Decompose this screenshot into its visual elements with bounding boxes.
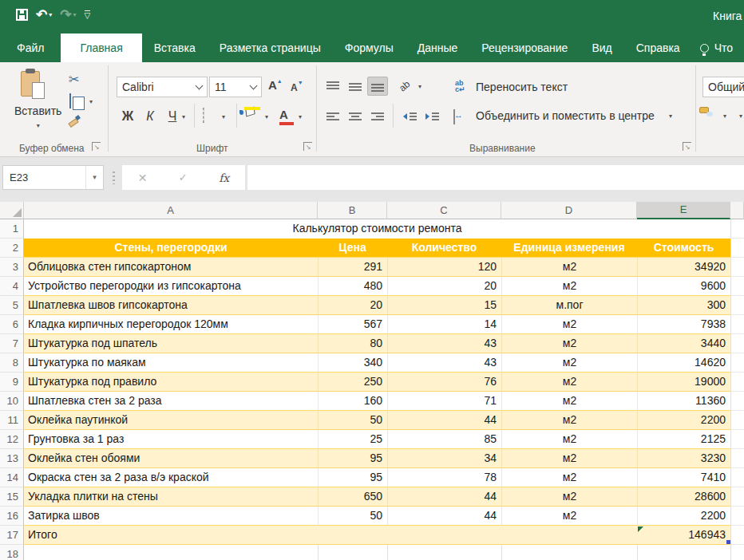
row-header[interactable]: 11 xyxy=(0,411,24,430)
cell[interactable]: 44 xyxy=(387,411,501,430)
cell[interactable]: Кладка кирпичных перегородок 120мм xyxy=(24,315,318,334)
cell[interactable] xyxy=(387,526,501,545)
row-header[interactable]: 6 xyxy=(0,315,24,334)
cell[interactable]: Укладка плитки на стены xyxy=(24,487,318,507)
cell[interactable]: 20 xyxy=(387,277,501,296)
total-value-cell[interactable]: 146943 xyxy=(637,526,730,545)
orientation-dropdown-icon[interactable]: ▾ xyxy=(418,83,421,90)
cancel-entry-icon[interactable]: ✕ xyxy=(138,172,148,184)
tab-review[interactable]: Рецензирование xyxy=(469,34,580,62)
name-box[interactable]: E23 ▾ xyxy=(2,165,104,190)
cell[interactable]: Окраска стен за 2 раза в/э краской xyxy=(24,468,318,487)
underline-dropdown-icon[interactable]: ▾ xyxy=(182,113,185,120)
number-format-combobox[interactable]: Общий xyxy=(702,77,744,97)
cell[interactable]: м2 xyxy=(501,373,637,392)
cell[interactable]: м2 xyxy=(501,487,637,507)
cell[interactable]: м2 xyxy=(501,411,637,430)
cell[interactable]: 7410 xyxy=(637,468,730,487)
cell[interactable]: 9600 xyxy=(637,277,730,296)
tell-me-box[interactable]: Что xyxy=(700,34,733,62)
cell[interactable]: 20 xyxy=(318,296,387,315)
row-header[interactable]: 10 xyxy=(0,392,24,411)
tab-help[interactable]: Справка xyxy=(624,34,692,62)
column-header-d[interactable]: D xyxy=(501,202,637,219)
increase-indent-button[interactable] xyxy=(421,107,442,126)
row-header[interactable]: 8 xyxy=(0,353,24,373)
sheet-title-cell[interactable]: Калькулятор стоимости ремонта xyxy=(24,219,730,239)
cell[interactable] xyxy=(730,449,744,468)
cell[interactable] xyxy=(730,411,744,430)
borders-button[interactable] xyxy=(203,108,204,123)
cell[interactable]: Оклейка стен обоями xyxy=(24,449,318,468)
cell[interactable]: 80 xyxy=(318,334,387,353)
cell[interactable]: 25 xyxy=(318,430,387,449)
orientation-button[interactable]: ab xyxy=(399,78,410,93)
cell[interactable] xyxy=(730,258,744,277)
cell[interactable] xyxy=(730,334,744,353)
cell[interactable]: 71 xyxy=(387,392,501,411)
cell[interactable]: 43 xyxy=(387,334,501,353)
cell[interactable]: 14 xyxy=(387,315,501,334)
cell[interactable]: 95 xyxy=(318,468,387,487)
row-header[interactable]: 17 xyxy=(0,526,24,545)
row-header[interactable]: 3 xyxy=(0,258,24,277)
tab-view[interactable]: Вид xyxy=(580,34,623,62)
cell[interactable]: м2 xyxy=(501,334,637,353)
row-header[interactable]: 7 xyxy=(0,334,24,353)
fill-color-dropdown-icon[interactable]: ▾ xyxy=(265,113,268,120)
total-label-cell[interactable]: Итого xyxy=(24,526,318,545)
font-dialog-launcher-icon[interactable] xyxy=(303,142,312,151)
align-right-button[interactable] xyxy=(367,107,388,126)
column-header-c[interactable]: C xyxy=(387,202,501,219)
row-header[interactable]: 4 xyxy=(0,277,24,296)
column-header-a[interactable]: A xyxy=(24,202,318,219)
cell[interactable]: м2 xyxy=(501,430,637,449)
cell[interactable]: м2 xyxy=(501,353,637,373)
cell[interactable] xyxy=(637,545,730,560)
cell[interactable]: 250 xyxy=(318,373,387,392)
cell[interactable] xyxy=(730,392,744,411)
cell[interactable] xyxy=(318,545,387,560)
undo-dropdown-icon[interactable]: ▾ xyxy=(49,11,52,18)
bold-button[interactable]: Ж xyxy=(118,107,137,126)
cell[interactable] xyxy=(730,545,744,560)
underline-button[interactable]: Ч xyxy=(163,107,182,126)
row-header[interactable]: 2 xyxy=(0,239,24,258)
name-box-dropdown-icon[interactable]: ▾ xyxy=(85,166,103,189)
cell[interactable]: Устройство перегородки из гипсокартона xyxy=(24,277,318,296)
cell[interactable]: 43 xyxy=(387,353,501,373)
cell[interactable]: Штукатурка под правило xyxy=(24,373,318,392)
redo-button[interactable]: ↷▾ xyxy=(60,8,76,22)
copy-dropdown-icon[interactable]: ▾ xyxy=(89,98,93,105)
cell[interactable] xyxy=(501,526,637,545)
insert-function-icon[interactable]: fx xyxy=(219,172,229,184)
cell[interactable]: 50 xyxy=(318,411,387,430)
customize-qat-button[interactable]: ▽ xyxy=(85,10,91,20)
column-header-f-partial[interactable] xyxy=(730,202,744,219)
cell[interactable] xyxy=(730,353,744,373)
font-size-combobox[interactable]: 11 xyxy=(209,77,262,97)
cell[interactable]: 3440 xyxy=(637,334,730,353)
cell[interactable] xyxy=(730,507,744,526)
cell[interactable]: Оклейка паутинкой xyxy=(24,411,318,430)
cell[interactable]: 340 xyxy=(318,353,387,373)
cell[interactable] xyxy=(730,219,744,239)
increase-font-button[interactable]: А▲ xyxy=(268,78,283,93)
paste-button[interactable]: Вставить ▾ xyxy=(14,69,61,129)
cell[interactable] xyxy=(730,296,744,315)
cell[interactable]: 34920 xyxy=(637,258,730,277)
cell[interactable] xyxy=(730,239,744,258)
header-cell-section[interactable]: Стены, перегородки xyxy=(24,239,318,258)
cell[interactable] xyxy=(730,373,744,392)
cell[interactable]: 2200 xyxy=(637,507,730,526)
align-top-button[interactable] xyxy=(323,77,343,96)
formula-bar-grip[interactable] xyxy=(113,172,115,184)
cell[interactable]: Облицовка стен гипсокартоном xyxy=(24,258,318,277)
cell[interactable]: 2125 xyxy=(637,430,730,449)
clipboard-dialog-launcher-icon[interactable] xyxy=(92,142,101,151)
cell[interactable]: м2 xyxy=(501,277,637,296)
italic-button[interactable]: К xyxy=(140,107,160,126)
font-color-button[interactable]: А xyxy=(279,108,288,122)
row-header[interactable]: 12 xyxy=(0,430,24,449)
tab-file[interactable]: Файл xyxy=(0,34,61,62)
